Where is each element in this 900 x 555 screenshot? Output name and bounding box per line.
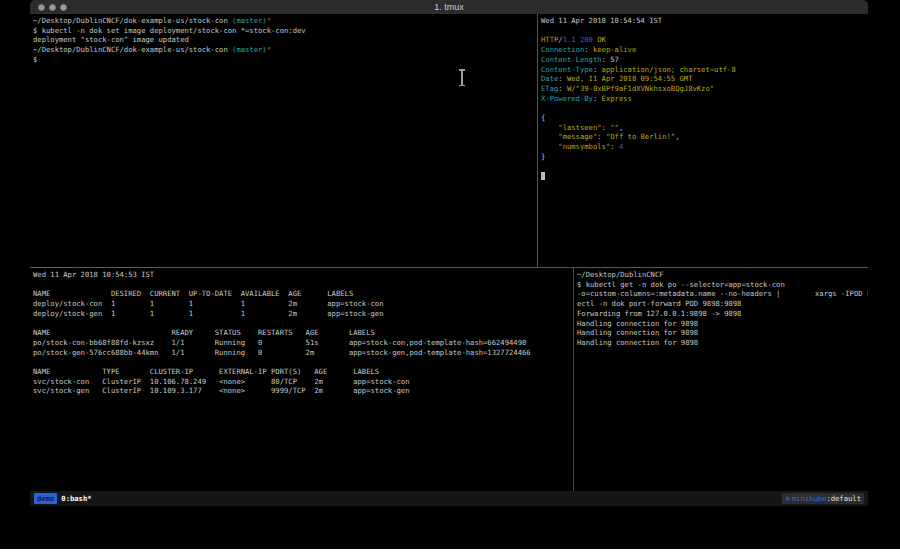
table-row: NAME DESIRED CURRENT UP-TO-DATE AVAILABL…	[33, 289, 573, 299]
terminal-line: Handling connection for 9898	[577, 338, 868, 348]
kube-namespace: :default	[826, 493, 861, 504]
terminal-line: ETag: W/"39-0xBPf9aF1dXVNkhsxoBQgJ8vKzo"	[541, 84, 868, 94]
terminal-line: Handling connection for 9898	[577, 328, 868, 338]
table-row: NAME READY STATUS RESTARTS AGE LABELS	[33, 328, 573, 338]
pane-port-forward[interactable]: ~/Desktop/DublinCNCF$ kubectl get -n dok…	[574, 268, 868, 491]
tmux-pane-area: ~/Desktop/DublinCNCF/dok-example-us/stoc…	[30, 14, 868, 491]
pane-border-vertical-top[interactable]	[537, 14, 538, 267]
close-button[interactable]	[38, 4, 45, 11]
terminal-line: -o=custom-columns=:metadata.name --no-he…	[577, 289, 868, 299]
terminal-line: "message": "Off to Berlin!",	[541, 132, 868, 142]
terminal-line: Connection: keep-alive	[541, 45, 868, 55]
terminal-line: "numsymbols": 4	[541, 142, 868, 152]
kube-context-name: minikube	[792, 493, 827, 504]
terminal-line: Wed 11 Apr 2018 10:54:54 IST	[541, 16, 868, 26]
screenshot-stage: 1. tmux ~/Desktop/DublinCNCF/dok-example…	[0, 0, 900, 555]
window-tab-bash[interactable]: 0:bash*	[61, 494, 91, 503]
pane-timestamp: Wed 11 Apr 2018 10:54:53 IST	[33, 270, 573, 280]
pane-border-horizontal-left[interactable]	[30, 267, 537, 268]
terminal-line: ectl -n dok port-forward POD 9898:9898	[577, 299, 868, 309]
terminal-window: 1. tmux ~/Desktop/DublinCNCF/dok-example…	[30, 0, 868, 506]
blank-line	[33, 357, 573, 367]
terminal-line: ~/Desktop/DublinCNCF/dok-example-us/stoc…	[33, 45, 537, 55]
pane-http-response[interactable]: Wed 11 Apr 2018 10:54:54 IST HTTP/1.1 20…	[538, 14, 868, 267]
mouse-ibeam-cursor	[458, 69, 465, 86]
table-row: svc/stock-con ClusterIP 10.106.78.249 <n…	[33, 377, 573, 387]
terminal-line: ~/Desktop/DublinCNCF/dok-example-us/stoc…	[33, 16, 537, 26]
terminal-line: X-Powered-By: Express	[541, 94, 868, 104]
session-name-badge: demo	[34, 493, 57, 504]
pane-border-vertical-bottom[interactable]	[573, 268, 574, 491]
pane-border-horizontal-right-active[interactable]	[537, 267, 868, 268]
minimize-button[interactable]	[49, 4, 56, 11]
terminal-line: Forwarding from 127.0.0.1:9898 -> 9898	[577, 309, 868, 319]
table-row: po/stock-gen-576cc688bb-44kmn 1/1 Runnin…	[33, 348, 573, 358]
zoom-button[interactable]	[60, 4, 67, 11]
window-titlebar[interactable]: 1. tmux	[30, 0, 868, 14]
terminal-line	[541, 171, 868, 181]
terminal-line: ~/Desktop/DublinCNCF	[577, 270, 868, 280]
terminal-line: }	[541, 152, 868, 162]
terminal-line: $ kubectl get -n dok po --selector=app=s…	[577, 280, 868, 290]
desktop-background: 1. tmux ~/Desktop/DublinCNCF/dok-example…	[0, 0, 900, 549]
kube-context-status: ⊛ minikube :default	[782, 493, 864, 504]
terminal-line	[541, 162, 868, 172]
terminal-line: deployment "stock-con" image updated	[33, 35, 537, 45]
terminal-line: $	[33, 55, 537, 65]
pane-kubectl-get-watch[interactable]: Wed 11 Apr 2018 10:54:53 IST NAME DESIRE…	[30, 268, 573, 491]
terminal-line: Date: Wed, 11 Apr 2018 09:54:55 GMT	[541, 74, 868, 84]
terminal-line: Content-Type: application/json; charset=…	[541, 65, 868, 75]
window-controls	[38, 4, 67, 11]
terminal-line: Content-Length: 57	[541, 55, 868, 65]
blank-line	[33, 319, 573, 329]
terminal-line: $ kubectl -n dok set image deployment/st…	[33, 26, 537, 36]
window-title: 1. tmux	[30, 0, 868, 14]
terminal-line: HTTP/1.1 200 OK	[541, 35, 868, 45]
terminal-line: Handling connection for 9898	[577, 319, 868, 329]
table-row: deploy/stock-con 1 1 1 1 2m app=stock-co…	[33, 299, 573, 309]
tmux-status-bar: demo 0:bash* ⊛ minikube :default	[30, 491, 868, 506]
kubernetes-helm-icon: ⊛	[785, 493, 789, 504]
table-row: svc/stock-gen ClusterIP 10.109.3.177 <no…	[33, 386, 573, 396]
pane-shell-kubectl-set-image[interactable]: ~/Desktop/DublinCNCF/dok-example-us/stoc…	[30, 14, 537, 267]
table-row: po/stock-con-bb68f88fd-kzsxz 1/1 Running…	[33, 338, 573, 348]
terminal-line: {	[541, 113, 868, 123]
table-row: NAME TYPE CLUSTER-IP EXTERNAL-IP PORT(S)…	[33, 367, 573, 377]
terminal-line: "lastseen": "",	[541, 123, 868, 133]
table-row: deploy/stock-gen 1 1 1 1 2m app=stock-ge…	[33, 309, 573, 319]
terminal-line	[541, 26, 868, 36]
kubectl-resource-tables: NAME DESIRED CURRENT UP-TO-DATE AVAILABL…	[33, 289, 573, 396]
terminal-line	[541, 103, 868, 113]
